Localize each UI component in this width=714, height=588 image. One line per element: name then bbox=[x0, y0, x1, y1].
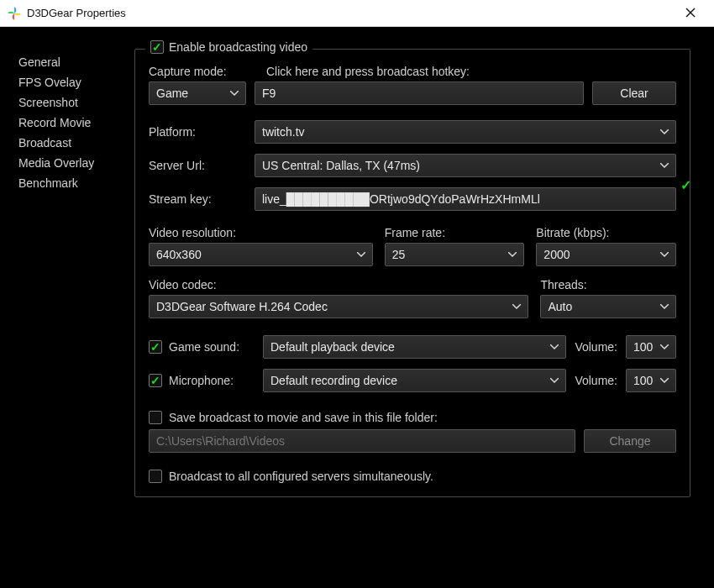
chevron-down-icon bbox=[550, 378, 559, 383]
server-url-select[interactable]: US Central: Dallas, TX (47ms) bbox=[255, 154, 676, 177]
server-url-value: US Central: Dallas, TX (47ms) bbox=[262, 159, 420, 172]
change-folder-button[interactable]: Change bbox=[584, 429, 676, 453]
bitrate-label: Bitrate (kbps): bbox=[536, 226, 676, 239]
game-sound-device-select[interactable]: Default playback device bbox=[263, 335, 566, 359]
platform-label: Platform: bbox=[149, 125, 246, 139]
window-title: D3DGear Properties bbox=[27, 7, 674, 19]
microphone-label: Microphone: bbox=[169, 374, 234, 387]
sidebar: General FPS Ovelay Screenshot Record Mov… bbox=[0, 40, 134, 575]
titlebar: D3DGear Properties bbox=[0, 0, 714, 27]
sidebar-item-broadcast[interactable]: Broadcast bbox=[18, 133, 126, 153]
app-icon bbox=[7, 6, 22, 21]
stream-key-valid-icon: ✓ bbox=[680, 177, 691, 193]
save-path-input[interactable]: C:\Users\Richard\Videos bbox=[149, 429, 575, 453]
platform-select[interactable]: twitch.tv bbox=[255, 120, 676, 144]
chevron-down-icon bbox=[550, 344, 559, 349]
clear-hotkey-button[interactable]: Clear bbox=[592, 81, 676, 105]
video-codec-select[interactable]: D3DGear Software H.264 Codec bbox=[149, 295, 528, 318]
broadcast-fieldset: Enable broadcasting video Capture mode: … bbox=[134, 49, 690, 497]
sidebar-item-screenshot[interactable]: Screenshot bbox=[18, 92, 126, 113]
sidebar-item-media-overlay[interactable]: Media Overlay bbox=[18, 153, 126, 173]
game-sound-checkbox[interactable] bbox=[149, 340, 162, 354]
chevron-down-icon bbox=[660, 252, 669, 257]
game-sound-volume-label: Volume: bbox=[575, 340, 617, 354]
microphone-device-select[interactable]: Default recording device bbox=[263, 369, 566, 392]
threads-label: Threads: bbox=[540, 278, 676, 291]
sidebar-item-benchmark[interactable]: Benchmark bbox=[18, 173, 126, 193]
hotkey-label: Click here and press broadcast hotkey: bbox=[266, 65, 470, 78]
close-icon bbox=[685, 8, 696, 18]
frame-rate-select[interactable]: 25 bbox=[385, 243, 525, 266]
enable-broadcast-label: Enable broadcasting video bbox=[169, 40, 307, 54]
stream-key-label: Stream key: bbox=[149, 192, 246, 206]
chevron-down-icon bbox=[357, 252, 365, 257]
sidebar-item-record-movie[interactable]: Record Movie bbox=[18, 113, 126, 133]
chevron-down-icon bbox=[230, 91, 239, 96]
capture-mode-label: Capture mode: bbox=[149, 65, 246, 78]
server-url-label: Server Url: bbox=[149, 159, 246, 172]
sidebar-item-general[interactable]: General bbox=[18, 52, 126, 72]
all-servers-label: Broadcast to all configured servers simu… bbox=[169, 470, 433, 483]
chevron-down-icon bbox=[660, 304, 669, 309]
hotkey-input[interactable]: F9 bbox=[255, 81, 584, 105]
microphone-volume-select[interactable]: 100 bbox=[626, 369, 676, 392]
chevron-down-icon bbox=[512, 304, 521, 309]
chevron-down-icon bbox=[660, 163, 669, 168]
close-button[interactable] bbox=[674, 6, 707, 21]
enable-broadcast-legend: Enable broadcasting video bbox=[145, 40, 312, 54]
client-area: General FPS Ovelay Screenshot Record Mov… bbox=[0, 27, 714, 588]
microphone-checkbox[interactable] bbox=[149, 374, 162, 387]
broadcast-panel: Enable broadcasting video Capture mode: … bbox=[134, 40, 714, 575]
capture-mode-select[interactable]: Game bbox=[149, 81, 246, 105]
save-broadcast-label: Save broadcast to movie and save in this… bbox=[169, 411, 438, 424]
save-broadcast-checkbox[interactable] bbox=[149, 411, 162, 424]
chevron-down-icon bbox=[508, 252, 517, 257]
platform-value: twitch.tv bbox=[262, 125, 305, 139]
enable-broadcast-checkbox[interactable] bbox=[150, 40, 164, 54]
bitrate-select[interactable]: 2000 bbox=[536, 243, 676, 266]
game-sound-label: Game sound: bbox=[169, 340, 239, 354]
threads-select[interactable]: Auto bbox=[540, 295, 676, 318]
chevron-down-icon bbox=[660, 344, 669, 349]
stream-key-input[interactable]: live_██████████ORtjwo9dQYdoPaWrHzXHmMLl bbox=[255, 187, 676, 211]
video-resolution-label: Video resolution: bbox=[149, 226, 373, 239]
chevron-down-icon bbox=[660, 378, 669, 383]
frame-rate-label: Frame rate: bbox=[385, 226, 525, 239]
video-resolution-select[interactable]: 640x360 bbox=[149, 243, 373, 266]
game-sound-volume-select[interactable]: 100 bbox=[626, 335, 676, 359]
app-window: D3DGear Properties General FPS Ovelay Sc… bbox=[0, 0, 714, 588]
microphone-volume-label: Volume: bbox=[575, 374, 617, 387]
chevron-down-icon bbox=[660, 129, 669, 134]
all-servers-checkbox[interactable] bbox=[149, 470, 162, 483]
sidebar-item-fps-overlay[interactable]: FPS Ovelay bbox=[18, 72, 126, 92]
video-codec-label: Video codec: bbox=[149, 278, 528, 291]
capture-mode-value: Game bbox=[156, 87, 188, 100]
